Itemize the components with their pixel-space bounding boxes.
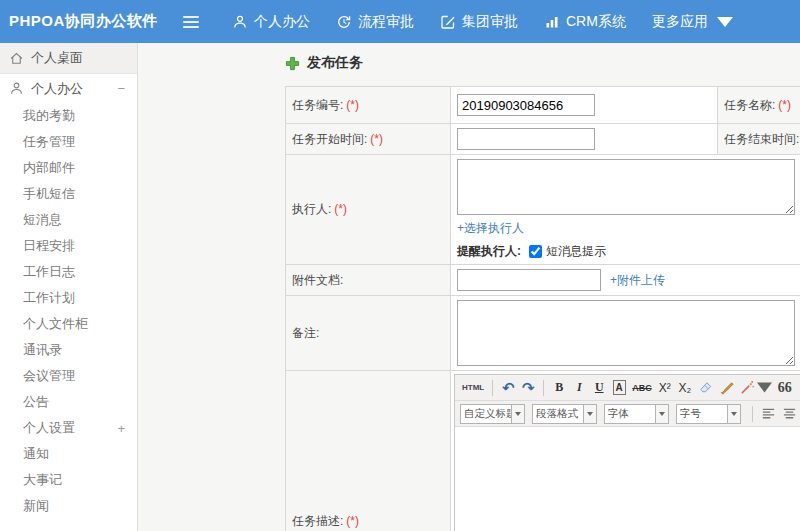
sidebar-item-label: 工作计划 (23, 289, 75, 307)
remark-cell (451, 296, 800, 371)
main-content: 发布任务 任务编号:(*) 任务名称:(*) 任务开始时间:(*) 任务结束时 (138, 43, 800, 531)
sidebar-item-personal-desktop[interactable]: 个人桌面 (0, 43, 137, 74)
strikethrough-button[interactable]: ABC (630, 378, 654, 398)
toolbar-button-label: HTML (462, 383, 484, 392)
sidebar-item-personal-office[interactable]: 个人办公− (0, 74, 137, 103)
remark-textarea[interactable] (457, 300, 795, 366)
nav-item-label: 流程审批 (358, 13, 414, 31)
nav-item-label: 集团审批 (462, 13, 518, 31)
sidebar-item-personal-settings[interactable]: 个人设置+ (0, 415, 137, 441)
chart-icon (544, 14, 560, 30)
bold-button[interactable]: B (550, 378, 568, 398)
align-center-icon[interactable] (780, 404, 799, 424)
nav-item-more-apps[interactable]: 更多应用 (643, 13, 742, 31)
paste-text-icon[interactable] (796, 378, 800, 398)
sidebar-item-news[interactable]: 新闻 (0, 493, 137, 519)
task-name-label-cell: 任务名称:(*) (718, 87, 800, 124)
sidebar-item-mobile-sms[interactable]: 手机短信 (0, 181, 137, 207)
sidebar-item-label: 个人办公 (31, 80, 83, 98)
expand-icon[interactable]: + (117, 421, 125, 436)
attachment-input[interactable] (457, 269, 601, 291)
italic-button[interactable]: I (570, 378, 588, 398)
sidebar-item-label: 通讯录 (23, 341, 62, 359)
align-left-icon[interactable] (759, 404, 778, 424)
sidebar-item-label: 个人桌面 (31, 49, 83, 67)
sidebar-item-label: 新闻 (23, 497, 49, 515)
menu-toggle-icon[interactable] (183, 16, 199, 28)
nav-item-group-approval[interactable]: 集团审批 (431, 13, 527, 31)
form-row: 附件文档: +附件上传 (286, 265, 800, 296)
sidebar-item-personal-file-cabinet[interactable]: 个人文件柜 (0, 311, 137, 337)
task-name-label: 任务名称: (724, 98, 775, 112)
collapse-icon[interactable]: − (117, 81, 125, 96)
executor-textarea[interactable] (457, 159, 795, 215)
sidebar-item-short-message[interactable]: 短消息 (0, 207, 137, 233)
redo-button[interactable]: ↷ (519, 378, 537, 398)
font-background-button[interactable]: A (610, 378, 628, 398)
sidebar-item-internal-mail[interactable]: 内部邮件 (0, 155, 137, 181)
sidebar-item-schedule[interactable]: 日程安排 (0, 233, 137, 259)
sidebar-item-label: 个人文件柜 (23, 315, 88, 333)
sidebar-item-label: 通知 (23, 445, 49, 463)
task-number-label: 任务编号: (292, 98, 343, 112)
form-row: 执行人:(*) +选择执行人 提醒执行人: 短消息提示 (286, 155, 800, 265)
attachment-upload-link[interactable]: +附件上传 (610, 272, 665, 289)
editor-toolbar-row2: 自定义标题段落格式字体字号 (455, 401, 800, 427)
remark-label-cell: 备注: (286, 296, 451, 371)
sidebar-item-task-management[interactable]: 任务管理 (0, 129, 137, 155)
undo-button[interactable]: ↶ (499, 378, 517, 398)
page-title-text: 发布任务 (307, 54, 363, 72)
sidebar-item-my-attendance[interactable]: 我的考勤 (0, 103, 137, 129)
sidebar-item-address-book[interactable]: 通讯录 (0, 337, 137, 363)
font-size-select[interactable]: 字号 (676, 404, 741, 424)
format-brush-icon[interactable] (717, 378, 736, 398)
start-time-input[interactable] (457, 128, 595, 150)
select-value: 段落格式 (533, 407, 583, 421)
page-title: 发布任务 (285, 54, 800, 72)
nav-item-label: 更多应用 (652, 13, 708, 31)
source-button[interactable]: HTML (460, 378, 486, 398)
user-icon (232, 14, 248, 30)
task-number-cell (451, 87, 718, 124)
sms-remind-checkbox[interactable] (529, 245, 542, 258)
toolbar-button-label: 66 (778, 380, 792, 396)
chevron-down-icon (583, 405, 596, 423)
sidebar-item-work-plan[interactable]: 工作计划 (0, 285, 137, 311)
required-mark: (*) (778, 98, 791, 112)
user-icon (9, 81, 24, 96)
blockquote-button[interactable]: 66 (776, 378, 794, 398)
sidebar: 个人桌面个人办公−我的考勤任务管理内部邮件手机短信短消息日程安排工作日志工作计划… (0, 43, 138, 531)
sidebar-item-memorabilia[interactable]: 大事记 (0, 467, 137, 493)
custom-title-select[interactable]: 自定义标题 (460, 404, 525, 424)
sidebar-item-label: 我的考勤 (23, 107, 75, 125)
app-logo: PHPOA协同办公软件 (0, 12, 183, 31)
sidebar-item-notification[interactable]: 通知 (0, 441, 137, 467)
task-number-input[interactable] (457, 94, 595, 116)
description-editor-cell: HTML↶↷BIUAABCX²X₂66A 自定义标题段落格式字体字号 (451, 371, 800, 531)
select-value: 自定义标题 (461, 407, 511, 421)
font-family-select[interactable]: 字体 (604, 404, 669, 424)
sidebar-item-meeting-management[interactable]: 会议管理 (0, 363, 137, 389)
nav-item-crm-system[interactable]: CRM系统 (535, 13, 635, 31)
sidebar-item-work-log[interactable]: 工作日志 (0, 259, 137, 285)
chevron-down-icon (717, 14, 733, 30)
nav-item-personal-office[interactable]: 个人办公 (223, 13, 319, 31)
start-time-cell (451, 124, 718, 155)
editor-content[interactable] (455, 427, 800, 531)
subscript-button[interactable]: X₂ (676, 378, 694, 398)
form-row: 任务编号:(*) 任务名称:(*) (286, 87, 800, 124)
publish-task-form: 任务编号:(*) 任务名称:(*) 任务开始时间:(*) 任务结束时间:(*) (285, 86, 800, 531)
nav-item-workflow-approval[interactable]: 流程审批 (327, 13, 423, 31)
superscript-button[interactable]: X² (656, 378, 674, 398)
choose-executor-link[interactable]: +选择执行人 (457, 221, 524, 235)
toolbar-button-label: X² (659, 381, 671, 395)
nav-item-label: 个人办公 (254, 13, 310, 31)
history-icon (336, 14, 352, 30)
autotypeset-icon[interactable] (738, 378, 774, 398)
underline-button[interactable]: U (590, 378, 608, 398)
eraser-icon[interactable] (696, 378, 715, 398)
paragraph-format-select[interactable]: 段落格式 (532, 404, 597, 424)
sidebar-item-label: 个人设置 (23, 419, 75, 437)
chevron-down-icon (511, 405, 524, 423)
sidebar-item-announcement[interactable]: 公告 (0, 389, 137, 415)
